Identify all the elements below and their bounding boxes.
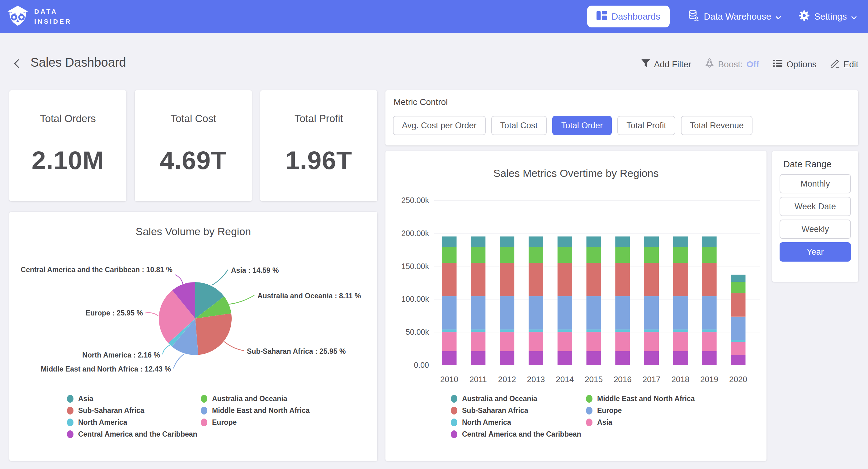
- bar-segment[interactable]: [702, 329, 717, 332]
- legend-item[interactable]: Middle East and North Africa: [586, 394, 695, 403]
- bar-segment[interactable]: [702, 332, 717, 351]
- bar-segment[interactable]: [500, 247, 514, 263]
- legend-item[interactable]: Asia: [586, 418, 695, 427]
- bar-segment[interactable]: [471, 236, 485, 247]
- date-range-option[interactable]: Year: [780, 242, 851, 262]
- bar-segment[interactable]: [529, 263, 543, 296]
- bar-segment[interactable]: [442, 247, 457, 263]
- legend-item[interactable]: North America: [67, 418, 197, 427]
- date-range-option[interactable]: Monthly: [780, 174, 851, 194]
- bar-segment[interactable]: [442, 332, 457, 351]
- pie-slice[interactable]: [195, 313, 231, 355]
- bar-segment[interactable]: [529, 236, 543, 247]
- bar-segment[interactable]: [558, 332, 572, 351]
- bar-segment[interactable]: [644, 332, 659, 351]
- legend-item[interactable]: Australia and Oceania: [451, 394, 581, 403]
- metric-control-option[interactable]: Total Revenue: [681, 116, 753, 135]
- bar-segment[interactable]: [731, 317, 746, 340]
- legend-item[interactable]: Central America and the Caribbean: [67, 430, 197, 439]
- bar-segment[interactable]: [644, 236, 659, 247]
- bar-segment[interactable]: [558, 263, 572, 296]
- metric-control-option[interactable]: Avg. Cost per Order: [393, 116, 486, 135]
- bar-segment[interactable]: [529, 351, 543, 365]
- bar-segment[interactable]: [587, 247, 601, 263]
- bar-segment[interactable]: [529, 296, 543, 329]
- bar-segment[interactable]: [558, 351, 572, 365]
- bar-segment[interactable]: [673, 329, 688, 332]
- nav-settings-button[interactable]: Settings: [799, 10, 857, 23]
- bar-segment[interactable]: [500, 236, 514, 247]
- bar-segment[interactable]: [442, 296, 457, 329]
- bar-segment[interactable]: [615, 332, 630, 351]
- bar-segment[interactable]: [529, 247, 543, 263]
- nav-data-warehouse-button[interactable]: Data Warehouse: [687, 9, 781, 24]
- brand[interactable]: DATAINSIDER: [7, 5, 72, 28]
- bar-segment[interactable]: [500, 296, 514, 329]
- bar-segment[interactable]: [615, 329, 630, 332]
- bar-segment[interactable]: [673, 296, 688, 329]
- bar-segment[interactable]: [731, 282, 746, 293]
- legend-item[interactable]: North America: [451, 418, 581, 427]
- legend-item[interactable]: Australia and Oceania: [201, 394, 310, 403]
- bar-segment[interactable]: [702, 263, 717, 296]
- bar-segment[interactable]: [731, 342, 746, 355]
- bar-segment[interactable]: [644, 329, 659, 332]
- bar-segment[interactable]: [471, 329, 485, 332]
- date-range-option[interactable]: Weekly: [780, 219, 851, 239]
- bar-segment[interactable]: [702, 296, 717, 329]
- metric-control-option[interactable]: Total Profit: [617, 116, 675, 135]
- bar-segment[interactable]: [442, 351, 457, 365]
- legend-item[interactable]: Central America and the Caribbean: [451, 430, 581, 439]
- options-button[interactable]: Options: [773, 59, 817, 70]
- bar-segment[interactable]: [587, 329, 601, 332]
- bar-segment[interactable]: [644, 247, 659, 263]
- bar-segment[interactable]: [731, 293, 746, 316]
- legend-item[interactable]: Middle East and North Africa: [201, 406, 310, 415]
- bar-segment[interactable]: [529, 332, 543, 351]
- bar-segment[interactable]: [442, 236, 457, 247]
- bar-segment[interactable]: [615, 263, 630, 296]
- bar-segment[interactable]: [442, 263, 457, 296]
- bar-segment[interactable]: [731, 355, 746, 365]
- bar-segment[interactable]: [644, 351, 659, 365]
- legend-item[interactable]: Europe: [201, 418, 310, 427]
- legend-item[interactable]: Sub-Saharan Africa: [451, 406, 581, 415]
- bar-segment[interactable]: [587, 351, 601, 365]
- bar-segment[interactable]: [673, 236, 688, 247]
- bar-segment[interactable]: [558, 247, 572, 263]
- bar-segment[interactable]: [500, 351, 514, 365]
- metric-control-option[interactable]: Total Cost: [491, 116, 547, 135]
- bar-segment[interactable]: [702, 236, 717, 247]
- bar-segment[interactable]: [500, 263, 514, 296]
- bar-segment[interactable]: [558, 296, 572, 329]
- bar-segment[interactable]: [587, 263, 601, 296]
- edit-button[interactable]: Edit: [830, 59, 858, 70]
- nav-dashboards-button[interactable]: Dashboards: [587, 6, 670, 27]
- bar-segment[interactable]: [615, 296, 630, 329]
- metric-control-option[interactable]: Total Order: [552, 116, 612, 135]
- back-button[interactable]: [10, 57, 23, 70]
- bar-segment[interactable]: [615, 247, 630, 263]
- bar-segment[interactable]: [471, 351, 485, 365]
- bar-segment[interactable]: [558, 236, 572, 247]
- bar-segment[interactable]: [558, 329, 572, 332]
- legend-item[interactable]: Europe: [586, 406, 695, 415]
- add-filter-button[interactable]: Add Filter: [641, 59, 691, 70]
- bar-segment[interactable]: [615, 236, 630, 247]
- bar-segment[interactable]: [587, 236, 601, 247]
- bar-segment[interactable]: [644, 296, 659, 329]
- bar-segment[interactable]: [673, 351, 688, 365]
- legend-item[interactable]: Sub-Saharan Africa: [67, 406, 197, 415]
- bar-segment[interactable]: [471, 263, 485, 296]
- bar-segment[interactable]: [500, 329, 514, 332]
- boost-toggle[interactable]: Boost: Off: [705, 58, 759, 71]
- bar-segment[interactable]: [615, 351, 630, 365]
- bar-segment[interactable]: [442, 329, 457, 332]
- bar-segment[interactable]: [673, 247, 688, 263]
- bar-segment[interactable]: [587, 296, 601, 329]
- bar-segment[interactable]: [500, 332, 514, 351]
- bar-segment[interactable]: [731, 340, 746, 342]
- bar-segment[interactable]: [702, 351, 717, 365]
- bar-segment[interactable]: [673, 263, 688, 296]
- bar-segment[interactable]: [702, 247, 717, 263]
